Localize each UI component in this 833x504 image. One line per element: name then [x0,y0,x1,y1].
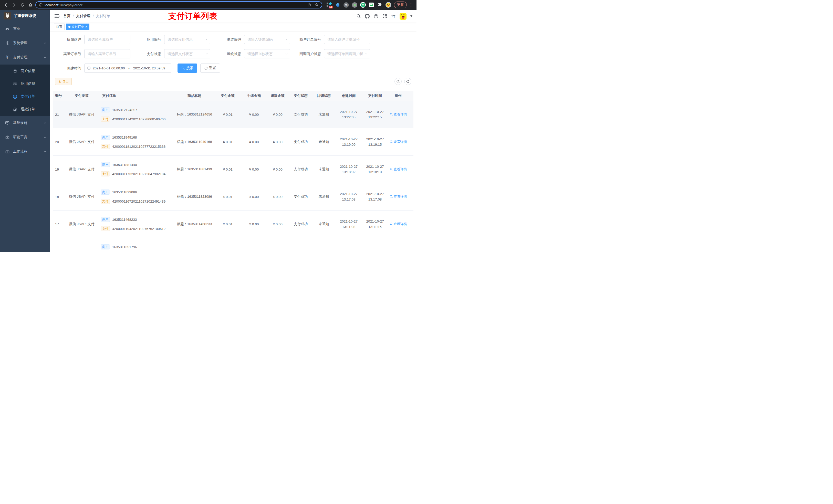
briefcase-icon [5,149,9,154]
channel-order-no-input[interactable] [84,49,130,58]
font-size-icon[interactable]: TT [391,14,396,19]
col-header-amount: 支付金额 [214,94,242,98]
sidebar-item-infrastructure[interactable]: 基础设施 [0,116,50,130]
extension-command-icon[interactable]: ⌘ [343,2,349,8]
create-date: 2021-10-27 [336,164,361,169]
pay-order-cell: 商户 1635312124657 支付 42000011742021102780… [100,107,175,122]
search-icon [389,113,393,116]
refund-amount: ¥ 0.00 [266,140,289,144]
extension-devtools-icon[interactable]: 10 [326,2,332,8]
sidebar-item-label: 支付管理 [13,55,27,60]
toggle-search-button[interactable] [395,78,402,85]
address-bar[interactable]: localhost:1024/pay/order [35,1,322,8]
github-icon[interactable] [365,14,370,19]
pay-date: 2021-10-27 [363,164,387,169]
view-detail-link[interactable]: 查看详情 [389,140,407,144]
fullscreen-icon[interactable] [382,14,387,19]
breadcrumb-home[interactable]: 首页 [63,14,70,19]
sidebar-item-payment[interactable]: ¥ 支付管理 [0,50,50,65]
view-detail-link[interactable]: 查看详情 [389,167,407,172]
table-body: 21 微信 JSAPI 支付 商户 1635312124657 支付 42000… [53,101,413,252]
sidebar-item-label: 应用信息 [21,81,35,86]
view-detail-link[interactable]: 查看详情 [389,194,407,199]
merchant-order-no-input[interactable] [324,35,370,44]
tab-home[interactable]: 首页 [54,24,65,30]
extension-chat-icon[interactable] [368,2,374,8]
sidebar-toggle-icon[interactable] [54,14,60,19]
pay-tag: 支付 [101,199,110,204]
browser-back-icon[interactable] [3,2,9,8]
pay-amount: ¥ 0.01 [214,195,242,199]
create-time: 13:17:03 [336,197,361,202]
extension-kite-icon[interactable] [335,2,340,8]
sidebar-item-label: 系统管理 [13,41,27,45]
product-title-cell: 标题：1635311881439 [175,167,214,172]
pay-time-cell: 2021-10-2713:17:08 [362,191,388,202]
export-button[interactable]: 导出 [55,78,72,85]
chevron-down-icon [44,136,46,139]
pay-order-line: 支付 4200001167202110271022491439 [101,199,174,204]
merchant-order-no: 1635311468233 [112,218,137,221]
app-title: 芋道管理系统 [14,13,36,18]
filter-label: 商户订单编号 [295,35,324,44]
page-content: 所属商户 应用编号 渠道编码 商户订单编号 [50,31,416,252]
pay-status-select[interactable] [164,49,210,58]
channel-code-select[interactable] [244,35,290,44]
browser-forward-icon[interactable] [11,2,18,8]
merchant-tag: 商户 [101,217,110,222]
refresh-icon [204,66,208,70]
search-button[interactable]: 搜索 [177,64,197,73]
browser-home-icon[interactable] [27,2,34,8]
pay-channel: 微信 JSAPI 支付 [64,222,100,226]
chevron-up-icon [44,56,46,59]
breadcrumb-payment[interactable]: 支付管理 [76,14,90,19]
extension-recorder-icon[interactable] [352,2,357,8]
pay-channel: 微信 JSAPI 支付 [64,112,100,117]
tab-pay-order[interactable]: 支付订单 × [66,24,89,30]
extensions-puzzle-icon[interactable] [377,2,383,8]
order-id: 17 [53,222,64,226]
pay-tag: 支付 [101,117,110,122]
sidebar-item-home[interactable]: 首页 [0,22,50,36]
refund-status-select[interactable] [244,49,290,58]
sidebar-item-pay-order[interactable]: 支付订单 [0,90,50,103]
browser-reload-icon[interactable] [19,2,26,8]
pay-order-no: 4200001194202110276752100612 [112,227,165,231]
reset-button[interactable]: 重置 [200,64,220,73]
avatar-caret-icon[interactable] [410,15,412,17]
header-search-icon[interactable] [356,14,361,19]
extension-y-icon[interactable]: y [360,2,366,8]
browser-menu-icon[interactable] [410,3,412,7]
site-info-icon[interactable] [39,3,43,7]
sidebar-item-system[interactable]: 系统管理 [0,36,50,50]
user-avatar[interactable] [400,13,406,20]
refresh-table-button[interactable] [404,78,411,85]
chevron-down-icon [44,122,46,124]
profile-avatar-icon[interactable] [385,2,391,8]
action-cell: 查看详情 [388,222,409,226]
create-date: 2021-10-27 [336,137,361,142]
app-select[interactable] [164,35,210,44]
pay-order-line: 支付 4200001173202110272847982104 [101,171,174,176]
merchant-select[interactable] [84,35,130,44]
app-logo[interactable]: 芋道管理系统 [0,10,50,22]
share-icon[interactable] [307,3,311,7]
sidebar-item-merchant-info[interactable]: 商户信息 [0,65,50,77]
help-icon[interactable] [374,14,378,19]
yen-icon: ¥ [5,55,9,60]
sidebar-item-refund-order[interactable]: 退款订单 [0,103,50,116]
date-range-picker[interactable]: 2021-10-01 00:00:00 - 2021-10-31 23:59:5… [84,64,171,73]
filter-pay-status: 支付状态 [135,49,215,58]
bookmark-star-icon[interactable] [315,3,319,7]
sidebar-item-dev-tools[interactable]: 研发工具 [0,130,50,144]
browser-toolbar: localhost:1024/pay/order 10 ⌘ y 更新 [0,0,416,10]
sidebar-item-app-info[interactable]: 应用信息 [0,77,50,90]
callback-status-select[interactable] [324,49,370,58]
view-detail-link[interactable]: 查看详情 [389,222,407,226]
col-header-create-time: 创建时间 [335,94,362,98]
view-detail-link[interactable]: 查看详情 [389,112,407,117]
pay-date: 2021-10-27 [363,219,387,224]
sidebar-item-workflow[interactable]: 工作流程 [0,144,50,159]
tab-close-icon[interactable]: × [85,25,87,28]
browser-update-button[interactable]: 更新 [394,2,407,8]
